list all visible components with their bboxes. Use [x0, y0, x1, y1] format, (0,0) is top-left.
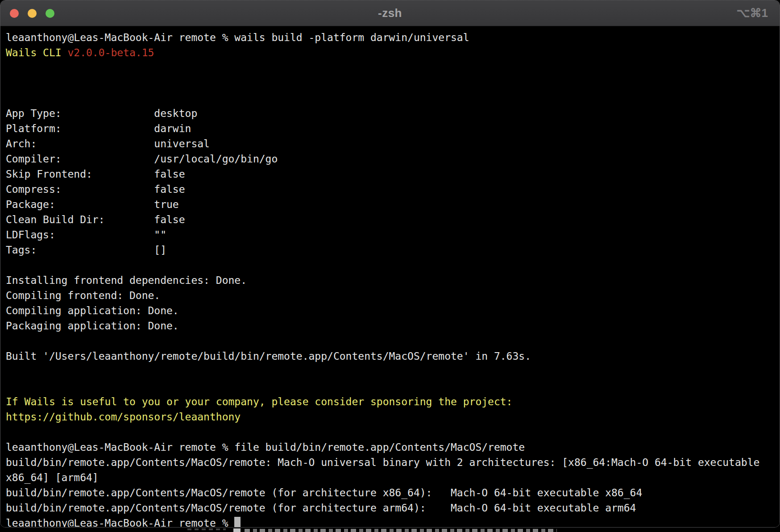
terminal-line [6, 333, 780, 349]
terminal-line: Platform: darwin [6, 121, 780, 136]
terminal-line: x86_64] [arm64] [6, 470, 780, 485]
terminal-line: Package: true [6, 197, 780, 212]
close-button[interactable] [10, 9, 19, 18]
window-title: -zsh [378, 6, 402, 20]
terminal-line: App Type: desktop [6, 106, 780, 121]
terminal-line: Compiler: /usr/local/go/bin/go [6, 151, 780, 166]
text-cursor [234, 517, 241, 528]
minimize-button[interactable] [28, 9, 37, 18]
terminal-line: Wails CLI v2.0.0-beta.15 [6, 45, 780, 60]
terminal-line: Compress: false [6, 182, 780, 197]
title-bar[interactable]: -zsh ⌥⌘1 [0, 0, 780, 26]
terminal-line [6, 258, 780, 273]
terminal-line: build/bin/remote.app/Contents/MacOS/remo… [6, 455, 780, 470]
background-window-artifacts [0, 528, 780, 532]
terminal-line: build/bin/remote.app/Contents/MacOS/remo… [6, 485, 780, 500]
terminal-line: build/bin/remote.app/Contents/MacOS/remo… [6, 500, 780, 515]
terminal-line [6, 75, 780, 91]
terminal-line: Compiling frontend: Done. [6, 288, 780, 303]
terminal-line: leaanthony@Leas-MacBook-Air remote % fil… [6, 440, 780, 455]
zoom-button[interactable] [46, 9, 54, 18]
traffic-lights [10, 9, 54, 18]
clipped-background-text [245, 529, 557, 532]
terminal-line: Built '/Users/leaanthony/remote/build/bi… [6, 349, 780, 364]
terminal-line: Tags: [] [6, 242, 780, 258]
terminal-line: Clean Build Dir: false [6, 212, 780, 227]
terminal-line: Installing frontend dependencies: Done. [6, 273, 780, 288]
terminal-line [6, 364, 780, 379]
terminal-line [6, 91, 780, 106]
terminal-line: Compiling application: Done. [6, 303, 780, 318]
clipped-background-cursor [233, 528, 241, 532]
terminal-line [6, 424, 780, 440]
terminal-line [6, 60, 780, 75]
terminal-line: If Wails is useful to you or your compan… [6, 394, 780, 409]
terminal-line: leaanthony@Leas-MacBook-Air remote % wai… [6, 30, 780, 45]
terminal-line: Packaging application: Done. [6, 318, 780, 333]
terminal-line: https://github.com/sponsors/leaanthony [6, 409, 780, 424]
terminal-window: -zsh ⌥⌘1 leaanthony@Leas-MacBook-Air rem… [0, 0, 780, 528]
terminal-line: Arch: universal [6, 136, 780, 151]
tab-shortcut-badge: ⌥⌘1 [737, 6, 768, 20]
terminal-line: Skip Frontend: false [6, 166, 780, 182]
terminal-line: leaanthony@Leas-MacBook-Air remote % [6, 515, 780, 528]
clipped-background-text [187, 528, 226, 530]
terminal-line: LDFlags: "" [6, 227, 780, 242]
terminal-screen[interactable]: leaanthony@Leas-MacBook-Air remote % wai… [0, 26, 780, 528]
terminal-line [6, 379, 780, 394]
